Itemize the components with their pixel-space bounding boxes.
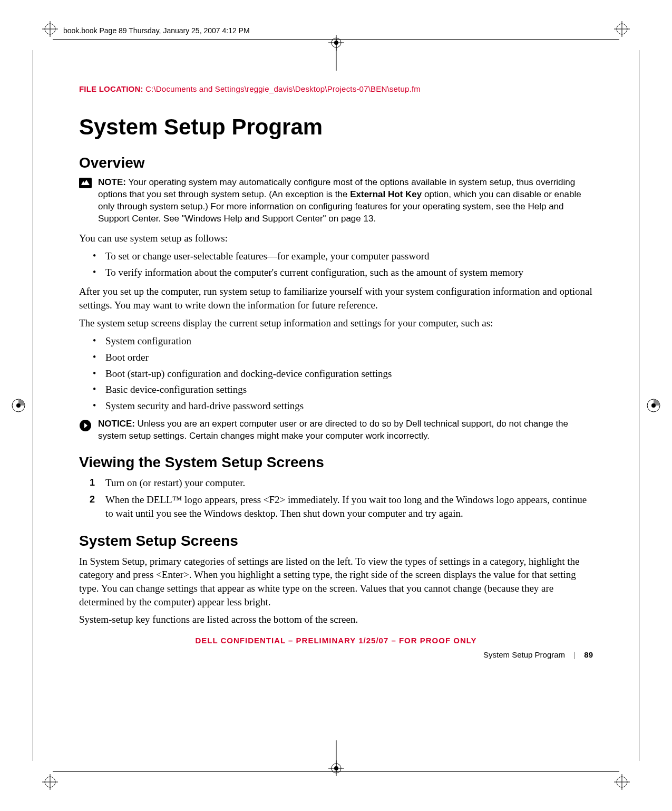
- notice-block: NOTICE: Unless you are an expert compute…: [79, 418, 593, 442]
- bullet-list: System configuration Boot order Boot (st…: [79, 334, 593, 413]
- note-icon: [79, 178, 92, 188]
- page-header-meta: book.book Page 89 Thursday, January 25, …: [63, 26, 250, 35]
- registration-mark-icon: [614, 21, 630, 37]
- body-paragraph: You can use system setup as follows:: [79, 231, 593, 245]
- body-paragraph: System-setup key functions are listed ac…: [79, 613, 593, 626]
- note-bold-term: External Hot Key: [350, 189, 422, 199]
- section-heading-overview: Overview: [79, 155, 593, 171]
- notice-icon: [79, 419, 92, 430]
- color-bar-icon: [646, 398, 661, 413]
- crop-frame-right: [639, 50, 639, 761]
- notice-text: NOTICE: Unless you are an expert compute…: [98, 418, 593, 442]
- registration-mark-icon: [614, 774, 630, 790]
- list-item: Turn on (or restart) your computer.: [105, 476, 593, 490]
- list-item: To verify information about the computer…: [105, 265, 593, 280]
- note-text: NOTE: Your operating system may automati…: [98, 177, 593, 225]
- section-heading-screens: System Setup Screens: [79, 533, 593, 549]
- list-item: To set or change user-selectable feature…: [105, 249, 593, 264]
- crop-frame-left: [33, 50, 33, 761]
- file-location-label: FILE LOCATION:: [79, 84, 143, 93]
- registration-mark-icon: [328, 35, 344, 51]
- body-paragraph: After you set up the computer, run syste…: [79, 285, 593, 312]
- notice-body: Unless you are an expert computer user o…: [98, 419, 568, 441]
- registration-mark-icon: [328, 760, 344, 776]
- svg-point-13: [16, 403, 21, 408]
- list-item: Boot (start-up) configuration and dockin…: [105, 366, 593, 381]
- body-paragraph: The system setup screens display the cur…: [79, 316, 593, 330]
- footer-section-name: System Setup Program: [483, 650, 565, 659]
- file-location-path: C:\Documents and Settings\reggie_davis\D…: [143, 84, 421, 93]
- page-footer: System Setup Program | 89: [79, 650, 593, 659]
- footer-divider: |: [573, 650, 576, 659]
- note-block: NOTE: Your operating system may automati…: [79, 177, 593, 225]
- confidential-banner: DELL CONFIDENTIAL – PRELIMINARY 1/25/07 …: [79, 636, 593, 645]
- note-label: NOTE:: [98, 177, 126, 187]
- body-paragraph: In System Setup, primary categories of s…: [79, 555, 593, 609]
- list-item: Boot order: [105, 350, 593, 365]
- footer-page-number: 89: [584, 650, 593, 659]
- color-bar-icon: [11, 398, 26, 413]
- page-content: FILE LOCATION: C:\Documents and Settings…: [79, 84, 593, 659]
- bullet-list: To set or change user-selectable feature…: [79, 249, 593, 279]
- page-title: System Setup Program: [79, 114, 593, 140]
- svg-point-15: [651, 403, 656, 408]
- list-item: System security and hard-drive password …: [105, 399, 593, 413]
- registration-mark-icon: [42, 774, 58, 790]
- file-location-line: FILE LOCATION: C:\Documents and Settings…: [79, 84, 593, 93]
- registration-mark-icon: [42, 21, 58, 37]
- numbered-steps: Turn on (or restart) your computer. When…: [79, 476, 593, 521]
- section-heading-viewing: Viewing the System Setup Screens: [79, 454, 593, 471]
- list-item: Basic device-configuration settings: [105, 382, 593, 397]
- list-item: When the DELL™ logo appears, press <F2> …: [105, 493, 593, 521]
- notice-label: NOTICE:: [98, 419, 135, 429]
- list-item: System configuration: [105, 334, 593, 349]
